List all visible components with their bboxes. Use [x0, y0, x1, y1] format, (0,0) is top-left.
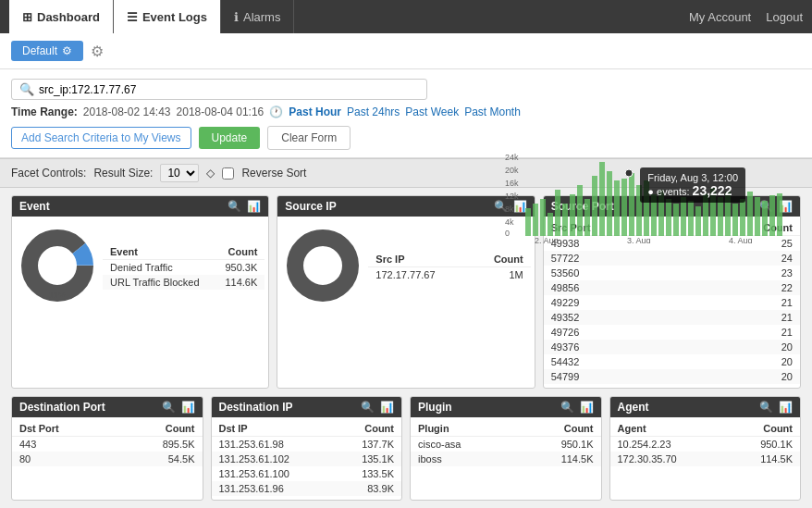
event-row0-col2: 950.3K — [215, 260, 265, 276]
svg-rect-10 — [547, 213, 553, 236]
cell-col1[interactable]: 80 — [12, 452, 114, 466]
table-row: 8054.5K — [12, 452, 203, 466]
table-row: 5772224 — [544, 251, 800, 266]
cell-col1[interactable]: 131.253.61.100 — [212, 466, 335, 481]
facet-agent-header: Agent 🔍 📊 — [610, 397, 801, 417]
facet-dst-port-search-icon[interactable]: 🔍 — [162, 401, 176, 414]
facet-event-search-icon[interactable]: 🔍 — [228, 200, 241, 213]
tab-dashboard[interactable]: ⊞ Dashboard — [9, 0, 114, 33]
facet-dst-ip-search-icon[interactable]: 🔍 — [361, 401, 375, 414]
cell-col1[interactable]: 10.254.2.23 — [610, 437, 727, 452]
facet-agent-title: Agent — [618, 401, 649, 414]
cell-col2: 83.9K — [334, 481, 401, 496]
source-port-cell[interactable]: 49229 — [544, 295, 685, 310]
table-row: iboss114.5K — [411, 452, 601, 466]
clock-icon: 🕐 — [269, 105, 283, 118]
table-row: 5443220 — [544, 354, 800, 369]
logout-link[interactable]: Logout — [766, 10, 803, 24]
source-port-count: 24 — [685, 251, 800, 266]
svg-rect-31 — [703, 193, 708, 236]
facet-plugin-title: Plugin — [418, 401, 452, 414]
table-row: 131.253.61.98137.7K — [212, 437, 402, 452]
cell-col2: 135.1K — [334, 452, 401, 466]
facet-agent-chart-icon[interactable]: 📊 — [779, 401, 793, 414]
reverse-sort-checkbox[interactable] — [222, 167, 234, 180]
svg-rect-30 — [695, 206, 701, 236]
cell-col1[interactable]: 131.253.61.102 — [212, 452, 335, 466]
search-input[interactable] — [39, 83, 419, 96]
tab-alarms[interactable]: ℹ Alarms — [221, 0, 294, 33]
past-hour-link[interactable]: Past Hour — [289, 105, 341, 118]
facet-destination-ip: Destination IP 🔍 📊 Dst IP Count 131.253.… — [211, 396, 403, 501]
past-24hrs-link[interactable]: Past 24hrs — [347, 105, 400, 118]
svg-rect-9 — [540, 199, 546, 236]
svg-rect-19 — [614, 180, 620, 236]
facet-plugin-chart-icon[interactable]: 📊 — [580, 401, 594, 414]
table-row: Denied Traffic 950.3K — [103, 260, 265, 276]
past-week-link[interactable]: Past Week — [405, 105, 459, 118]
facet-dst-port-chart-icon[interactable]: 📊 — [181, 401, 195, 414]
cell-col1[interactable]: 172.30.35.70 — [610, 452, 727, 466]
search-area: 🔍 Time Range: 2018-08-02 14:43 2018-08-0… — [0, 69, 812, 158]
svg-rect-8 — [533, 204, 538, 236]
facet-dst-port-icons: 🔍 📊 — [162, 401, 195, 414]
facet-dst-ip-chart-icon[interactable]: 📊 — [380, 401, 394, 414]
table-row: 4937620 — [544, 340, 800, 354]
source-ip-table: Src IP Count 172.17.77.67 1M — [368, 252, 530, 282]
default-label: Default — [22, 44, 57, 57]
facet-event-title: Event — [19, 200, 50, 213]
event-row0-col1[interactable]: Denied Traffic — [103, 260, 215, 276]
cell-col2: 114.5K — [726, 452, 800, 466]
cell-col1[interactable]: 443 — [12, 437, 114, 452]
svg-rect-13 — [570, 194, 575, 236]
svg-rect-22 — [636, 185, 642, 236]
facet-plugin-search-icon[interactable]: 🔍 — [560, 401, 574, 414]
facet-agent-search-icon[interactable]: 🔍 — [759, 401, 773, 414]
cell-col1[interactable]: iboss — [411, 452, 515, 466]
source-ip-row0-col1[interactable]: 172.17.77.67 — [368, 267, 470, 283]
time-end: 2018-08-04 01:16 — [177, 105, 265, 118]
cell-col1[interactable]: 131.253.61.98 — [212, 437, 335, 452]
source-port-cell[interactable]: 49726 — [544, 325, 685, 340]
source-port-cell[interactable]: 49376 — [544, 340, 685, 354]
svg-rect-11 — [555, 190, 560, 236]
tab-event-logs[interactable]: ☰ Event Logs — [114, 0, 221, 33]
my-account-link[interactable]: My Account — [689, 10, 751, 24]
facet-event-icons: 🔍 📊 — [228, 200, 261, 213]
source-port-cell[interactable]: 49856 — [544, 280, 685, 295]
clear-form-button[interactable]: Clear Form — [267, 126, 351, 150]
table-row: 172.17.77.67 1M — [368, 267, 530, 283]
cell-col1[interactable]: 131.253.61.96 — [212, 481, 335, 496]
facet-destination-port: Destination Port 🔍 📊 Dst Port Count 4438… — [11, 396, 203, 501]
search-magnifier-icon: 🔍 — [19, 82, 34, 96]
table-row: 4972621 — [544, 325, 800, 340]
source-port-cell[interactable]: 54432 — [544, 354, 685, 369]
actions-row: Add Search Criteria to My Views Update C… — [11, 126, 801, 150]
source-port-cell[interactable]: 49352 — [544, 310, 685, 325]
facet-event-chart-icon[interactable]: 📊 — [247, 200, 261, 213]
agent-col-count: Count — [726, 421, 800, 437]
table-row: 4985622 — [544, 280, 800, 295]
facet-controls-label: Facet Controls: — [11, 167, 86, 180]
source-port-count: 21 — [685, 310, 800, 325]
facet-dst-port-body: Dst Port Count 443895.5K8054.5K — [12, 417, 203, 470]
dst-port-table: Dst Port Count 443895.5K8054.5K — [12, 421, 203, 466]
update-button[interactable]: Update — [199, 127, 261, 149]
event-logs-icon: ☰ — [127, 10, 138, 24]
settings-icon[interactable]: ⚙ — [91, 43, 104, 60]
facet-agent-icons: 🔍 📊 — [759, 401, 793, 414]
default-button[interactable]: Default ⚙ — [11, 41, 83, 61]
source-port-cell[interactable]: 53560 — [544, 266, 685, 280]
result-size-select[interactable]: 10 25 50 — [160, 164, 199, 182]
cell-col2: 950.1K — [726, 437, 800, 452]
source-port-cell[interactable]: 54799 — [544, 369, 685, 384]
tab-dashboard-label: Dashboard — [37, 10, 100, 24]
add-criteria-button[interactable]: Add Search Criteria to My Views — [11, 127, 191, 149]
event-row1-col1[interactable]: URL Traffic Blocked — [103, 275, 215, 290]
cell-col1[interactable]: cisco-asa — [411, 437, 515, 452]
facet-source-ip-chart-wrap: 100% Src IP Count — [277, 220, 534, 314]
source-port-cell[interactable]: 57722 — [544, 251, 685, 266]
nav-right: My Account Logout — [689, 10, 803, 24]
default-gear-icon: ⚙ — [62, 44, 72, 57]
past-month-link[interactable]: Past Month — [464, 105, 521, 118]
